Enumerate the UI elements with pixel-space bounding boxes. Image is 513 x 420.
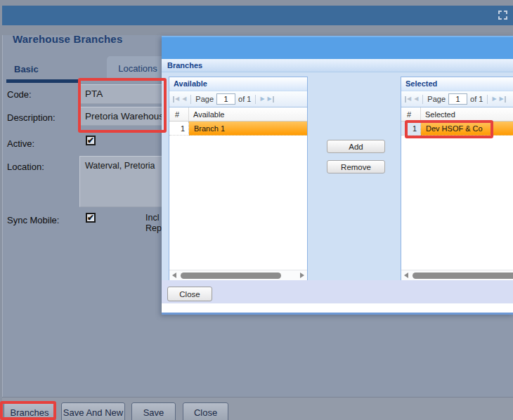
available-paging-toolbar: ◀ ◀ Page of 1 ▶ ▶ — [169, 91, 307, 107]
last-page-icon[interactable]: ▶ — [500, 96, 506, 103]
save-button[interactable]: Save — [131, 402, 176, 420]
selected-paging-toolbar: ◀ ◀ Page of 1 ▶ ▶ — [401, 91, 513, 107]
prev-page-icon[interactable]: ◀ — [414, 96, 418, 102]
row-name-cell: Dev HSOF & Co — [421, 122, 513, 136]
selected-page-input[interactable] — [448, 93, 467, 105]
next-page-icon[interactable]: ▶ — [492, 96, 496, 102]
selected-grid-body: 1 Dev HSOF & Co — [401, 122, 513, 270]
selected-hscrollbar[interactable] — [401, 270, 513, 280]
expand-icon[interactable] — [498, 11, 507, 20]
table-row[interactable]: 1 Branch 1 — [169, 122, 307, 136]
tab-basic-active-indicator — [6, 79, 81, 83]
scroll-left-icon[interactable] — [172, 273, 176, 278]
dialog-bottom-border — [162, 313, 513, 315]
tab-basic[interactable]: Basic — [14, 64, 39, 74]
next-page-icon[interactable]: ▶ — [260, 96, 264, 102]
last-page-icon[interactable]: ▶ — [268, 96, 274, 103]
dialog-body: Available ◀ ◀ Page of 1 ▶ ▶ # Available … — [162, 72, 513, 280]
available-grid-body: 1 Branch 1 — [169, 122, 307, 270]
table-row[interactable]: 1 Dev HSOF & Co — [401, 122, 513, 136]
location-field[interactable]: Waterval, Pretoria — [79, 156, 164, 207]
row-number-cell: 1 — [401, 122, 421, 136]
page-title: Warehouse Branches — [13, 33, 122, 45]
dialog-titlebar — [162, 36, 513, 59]
page-label: Page — [427, 95, 446, 103]
available-grid-header: # Available — [169, 107, 307, 122]
active-label: Active: — [7, 138, 34, 149]
selected-panel: Selected ◀ ◀ Page of 1 ▶ ▶ # Selected 1 … — [401, 77, 513, 281]
tab-locations[interactable]: Locations — [107, 56, 169, 80]
description-field[interactable]: Pretoria Warehouse — [79, 107, 164, 126]
column-header-name[interactable]: Selected — [421, 107, 513, 121]
sync-mobile-label: Sync Mobile: — [7, 215, 59, 225]
location-label: Location: — [7, 162, 44, 172]
first-page-icon[interactable]: ◀ — [405, 96, 411, 103]
save-and-new-button[interactable]: Save And New — [61, 402, 125, 420]
scrollbar-thumb[interactable] — [413, 273, 513, 279]
first-page-icon[interactable]: ◀ — [173, 96, 179, 103]
description-label: Description: — [7, 112, 56, 123]
close-button[interactable]: Close — [183, 402, 228, 420]
window-titlebar — [2, 6, 513, 25]
dialog-bottom-strip — [162, 303, 513, 313]
row-name-cell: Branch 1 — [189, 122, 307, 136]
remove-button[interactable]: Remove — [327, 160, 385, 173]
dialog-close-button[interactable]: Close — [167, 287, 212, 301]
dialog-title: Branches — [162, 59, 513, 72]
check-icon: ✔ — [87, 136, 94, 145]
available-panel: Available ◀ ◀ Page of 1 ▶ ▶ # Available … — [169, 77, 308, 281]
column-header-num[interactable]: # — [401, 107, 421, 121]
page-label: Page — [195, 95, 214, 103]
add-button[interactable]: Add — [327, 140, 385, 153]
scroll-left-icon[interactable] — [404, 273, 408, 278]
row-number-cell: 1 — [169, 122, 189, 136]
toolbar-separator — [487, 95, 488, 104]
branches-dialog: Branches Available ◀ ◀ Page of 1 ▶ ▶ # A… — [162, 36, 513, 315]
selected-grid-header: # Selected — [401, 107, 513, 122]
page-of-label: of 1 — [470, 95, 483, 103]
selected-panel-title: Selected — [401, 77, 513, 91]
code-label: Code: — [7, 89, 32, 100]
scroll-right-icon[interactable] — [300, 273, 304, 278]
available-panel-title: Available — [169, 77, 307, 91]
toolbar-separator — [190, 95, 191, 104]
page-of-label: of 1 — [238, 95, 251, 103]
sync-mobile-checkbox[interactable]: ✔ — [86, 213, 96, 223]
scrollbar-thumb[interactable] — [181, 273, 281, 279]
code-field[interactable]: PTA — [79, 84, 164, 104]
branches-button[interactable]: Branches — [4, 402, 56, 420]
check-icon: ✔ — [87, 214, 94, 222]
toolbar-separator — [422, 95, 423, 104]
column-header-num[interactable]: # — [169, 107, 189, 121]
active-checkbox[interactable]: ✔ — [86, 136, 96, 145]
available-page-input[interactable] — [216, 93, 235, 105]
toolbar-separator — [255, 95, 256, 104]
column-header-name[interactable]: Available — [189, 107, 307, 121]
prev-page-icon[interactable]: ◀ — [182, 96, 186, 102]
dialog-footer: Close — [162, 280, 513, 303]
available-hscrollbar[interactable] — [169, 270, 307, 280]
